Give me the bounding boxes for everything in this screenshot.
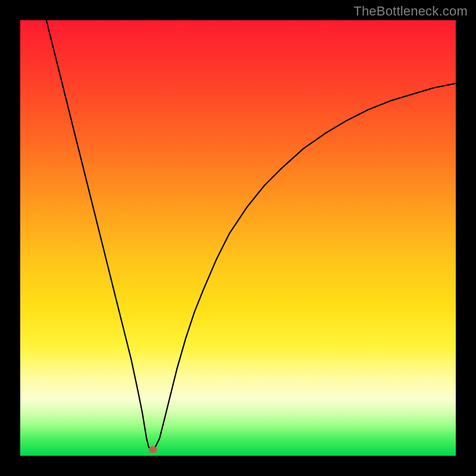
- watermark-text: TheBottleneck.com: [353, 4, 468, 19]
- plot-area: [20, 20, 456, 456]
- chart-frame: TheBottleneck.com: [0, 0, 476, 476]
- bottleneck-curve: [20, 20, 456, 456]
